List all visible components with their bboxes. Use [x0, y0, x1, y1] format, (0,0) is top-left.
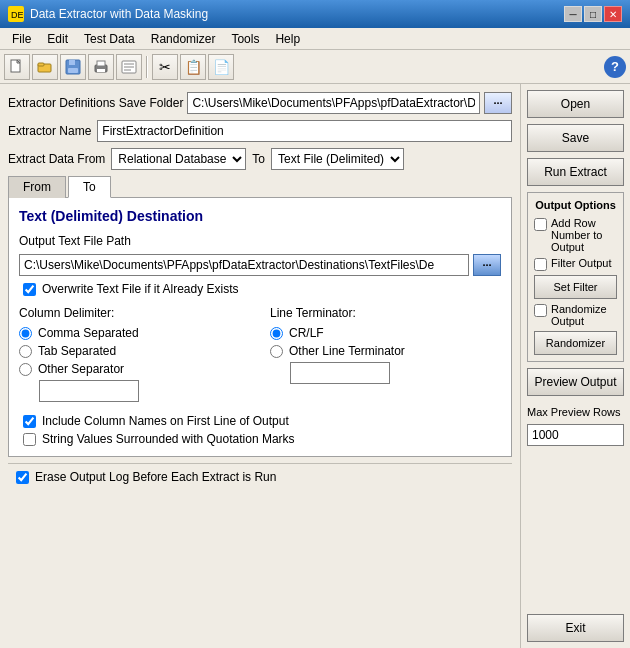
erase-log-checkbox[interactable] [16, 471, 29, 484]
other-separator-radio-row: Other Separator [19, 362, 250, 376]
menu-file[interactable]: File [4, 30, 39, 48]
tab-radio[interactable] [19, 345, 32, 358]
toolbar-cut[interactable]: ✂ [152, 54, 178, 80]
delimiter-section: Column Delimiter: Comma Separated Tab Se… [19, 306, 501, 402]
column-delimiter-group: Column Delimiter: Comma Separated Tab Se… [19, 306, 250, 402]
title-controls: ─ □ ✕ [564, 6, 622, 22]
menu-help[interactable]: Help [267, 30, 308, 48]
line-terminator-label: Line Terminator: [270, 306, 501, 320]
toolbar-copy[interactable]: 📋 [180, 54, 206, 80]
max-preview-input[interactable] [527, 424, 624, 446]
extractor-name-label: Extractor Name [8, 124, 91, 138]
toolbar-paste[interactable]: 📄 [208, 54, 234, 80]
surround-quotes-row: String Values Surrounded with Quotation … [19, 432, 501, 446]
extract-from-row: Extract Data From Relational Database To… [8, 148, 512, 170]
menu-edit[interactable]: Edit [39, 30, 76, 48]
extract-from-select[interactable]: Relational Database [111, 148, 246, 170]
extractor-name-input[interactable] [97, 120, 512, 142]
overwrite-checkbox[interactable] [23, 283, 36, 296]
help-button[interactable]: ? [604, 56, 626, 78]
output-path-label: Output Text File Path [19, 234, 131, 248]
toolbar-save[interactable] [60, 54, 86, 80]
add-row-number-label: Add Row Number to Output [551, 217, 617, 253]
title-text: Data Extractor with Data Masking [30, 7, 208, 21]
title-bar: DE Data Extractor with Data Masking ─ □ … [0, 0, 630, 28]
minimize-button[interactable]: ─ [564, 6, 582, 22]
tab-from[interactable]: From [8, 176, 66, 198]
toolbar-open[interactable] [32, 54, 58, 80]
menu-randomizer[interactable]: Randomizer [143, 30, 224, 48]
crlf-radio-row: CR/LF [270, 326, 501, 340]
main-content: Extractor Definitions Save Folder ··· Ex… [0, 84, 630, 648]
tab-radio-row: Tab Separated [19, 344, 250, 358]
other-separator-radio[interactable] [19, 363, 32, 376]
include-columns-checkbox[interactable] [23, 415, 36, 428]
right-panel: Open Save Run Extract Output Options Add… [520, 84, 630, 648]
other-terminator-label: Other Line Terminator [289, 344, 405, 358]
svg-rect-7 [69, 60, 75, 65]
save-folder-label: Extractor Definitions Save Folder [8, 96, 183, 110]
output-options-box: Output Options Add Row Number to Output … [527, 192, 624, 362]
max-preview-label: Max Preview Rows [527, 406, 624, 418]
output-path-input-row: ··· [19, 254, 501, 276]
to-label: To [252, 152, 265, 166]
filter-output-label: Filter Output [551, 257, 612, 269]
extractor-name-row: Extractor Name [8, 120, 512, 142]
svg-rect-11 [97, 69, 105, 72]
svg-rect-8 [68, 68, 78, 73]
line-terminator-group: Line Terminator: CR/LF Other Line Termin… [270, 306, 501, 402]
include-columns-label: Include Column Names on First Line of Ou… [42, 414, 289, 428]
add-row-number-row: Add Row Number to Output [534, 217, 617, 253]
to-select[interactable]: Text File (Delimited) [271, 148, 404, 170]
app-icon: DE [8, 6, 24, 22]
tab-label: Tab Separated [38, 344, 116, 358]
section-title: Text (Delimited) Destination [19, 208, 501, 224]
maximize-button[interactable]: □ [584, 6, 602, 22]
other-terminator-input[interactable] [290, 362, 390, 384]
filter-output-row: Filter Output [534, 257, 617, 271]
toolbar-new[interactable] [4, 54, 30, 80]
randomize-output-checkbox[interactable] [534, 304, 547, 317]
preview-output-button[interactable]: Preview Output [527, 368, 624, 396]
menu-bar: File Edit Test Data Randomizer Tools Hel… [0, 28, 630, 50]
save-button[interactable]: Save [527, 124, 624, 152]
randomizer-button[interactable]: Randomizer [534, 331, 617, 355]
save-folder-browse-button[interactable]: ··· [484, 92, 512, 114]
overwrite-checkbox-row: Overwrite Text File if it Already Exists [19, 282, 501, 296]
tab-content: Text (Delimited) Destination Output Text… [8, 197, 512, 457]
save-folder-input[interactable] [187, 92, 480, 114]
run-extract-button[interactable]: Run Extract [527, 158, 624, 186]
save-folder-row: Extractor Definitions Save Folder ··· [8, 92, 512, 114]
set-filter-button[interactable]: Set Filter [534, 275, 617, 299]
filter-output-checkbox[interactable] [534, 258, 547, 271]
comma-radio[interactable] [19, 327, 32, 340]
close-button[interactable]: ✕ [604, 6, 622, 22]
svg-rect-5 [38, 63, 44, 66]
add-row-number-checkbox[interactable] [534, 218, 547, 231]
exit-button[interactable]: Exit [527, 614, 624, 642]
crlf-label: CR/LF [289, 326, 324, 340]
tabs-area: From To Text (Delimited) Destination Out… [8, 176, 512, 457]
toolbar: ✂ 📋 📄 ? [0, 50, 630, 84]
menu-tools[interactable]: Tools [223, 30, 267, 48]
output-path-input[interactable] [19, 254, 469, 276]
output-path-browse-button[interactable]: ··· [473, 254, 501, 276]
erase-log-label: Erase Output Log Before Each Extract is … [35, 470, 276, 484]
tab-to[interactable]: To [68, 176, 111, 198]
toolbar-preview[interactable] [116, 54, 142, 80]
other-terminator-radio[interactable] [270, 345, 283, 358]
toolbar-print[interactable] [88, 54, 114, 80]
other-separator-label: Other Separator [38, 362, 124, 376]
output-options-title: Output Options [534, 199, 617, 211]
bottom-checkboxes: Include Column Names on First Line of Ou… [19, 414, 501, 446]
surround-quotes-checkbox[interactable] [23, 433, 36, 446]
left-panel: Extractor Definitions Save Folder ··· Ex… [0, 84, 520, 648]
comma-radio-row: Comma Separated [19, 326, 250, 340]
other-separator-input[interactable] [39, 380, 139, 402]
crlf-radio[interactable] [270, 327, 283, 340]
include-columns-row: Include Column Names on First Line of Ou… [19, 414, 501, 428]
open-button[interactable]: Open [527, 90, 624, 118]
menu-testdata[interactable]: Test Data [76, 30, 143, 48]
surround-quotes-label: String Values Surrounded with Quotation … [42, 432, 295, 446]
comma-label: Comma Separated [38, 326, 139, 340]
